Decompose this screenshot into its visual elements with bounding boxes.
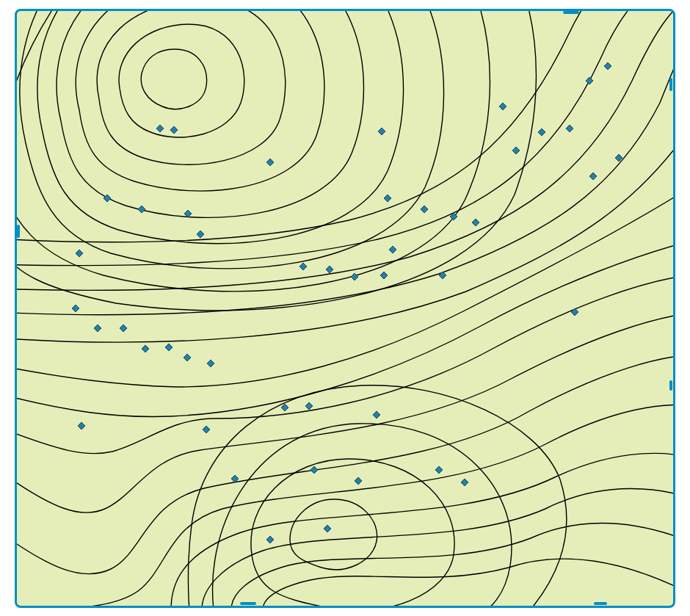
sample-point-15 <box>197 231 204 238</box>
contour-line-21 <box>202 489 673 606</box>
sample-point-31 <box>165 344 172 351</box>
contour-line-18 <box>17 355 673 574</box>
sample-point-6 <box>566 125 573 132</box>
sample-point-34 <box>571 308 578 316</box>
contour-line-7 <box>17 11 490 291</box>
sample-point-28 <box>94 325 101 332</box>
sample-point-2 <box>378 128 385 135</box>
sample-point-30 <box>142 345 149 352</box>
sample-point-43 <box>435 466 443 474</box>
sample-point-7 <box>538 128 545 136</box>
contour-line-1 <box>119 24 244 137</box>
sample-point-10 <box>589 173 597 180</box>
sample-point-5 <box>499 103 506 110</box>
sample-point-36 <box>305 402 313 410</box>
sample-point-18 <box>421 206 428 213</box>
contour-line-20 <box>171 453 673 606</box>
contour-line-10 <box>17 11 673 266</box>
sample-point-4 <box>604 62 611 70</box>
contour-line-22 <box>231 523 673 606</box>
contour-line-11 <box>17 11 673 290</box>
sample-point-21 <box>389 246 396 253</box>
sample-point-11 <box>266 159 274 166</box>
contour-line-19 <box>17 405 673 606</box>
sample-point-25 <box>380 272 388 279</box>
contour-line-12 <box>17 22 673 315</box>
sample-point-29 <box>120 325 127 332</box>
contour-line-23 <box>263 559 673 606</box>
contour-map <box>15 9 675 608</box>
sample-point-23 <box>326 266 333 273</box>
sample-point-37 <box>373 411 380 418</box>
sample-point-12 <box>104 195 111 202</box>
contour-line-14 <box>17 181 673 387</box>
contour-line-27 <box>188 385 566 606</box>
sample-point-32 <box>184 354 191 361</box>
contour-line-6 <box>20 11 444 269</box>
sample-point-0 <box>156 125 164 132</box>
sample-point-20 <box>472 219 479 226</box>
sample-point-17 <box>384 195 391 202</box>
sample-point-13 <box>138 206 145 213</box>
sample-point-45 <box>324 525 331 532</box>
contour-line-16 <box>17 274 673 454</box>
contour-line-2 <box>97 11 286 164</box>
contour-line-9 <box>17 11 673 242</box>
sample-point-38 <box>78 422 85 430</box>
sample-point-44 <box>461 479 468 486</box>
sample-point-1 <box>170 126 178 134</box>
sample-point-42 <box>355 477 362 485</box>
sample-point-27 <box>72 305 79 312</box>
contour-line-0 <box>141 49 206 109</box>
sample-point-24 <box>351 273 358 280</box>
sample-point-41 <box>310 466 318 474</box>
sample-point-46 <box>266 536 274 543</box>
sample-point-3 <box>586 77 593 84</box>
sample-point-26 <box>439 272 446 279</box>
sample-point-35 <box>281 404 288 411</box>
sample-point-39 <box>203 426 210 433</box>
sample-point-16 <box>76 250 83 257</box>
sample-point-8 <box>512 147 520 154</box>
sample-point-22 <box>299 263 307 270</box>
sample-point-33 <box>207 360 214 367</box>
map-svg <box>17 11 673 606</box>
